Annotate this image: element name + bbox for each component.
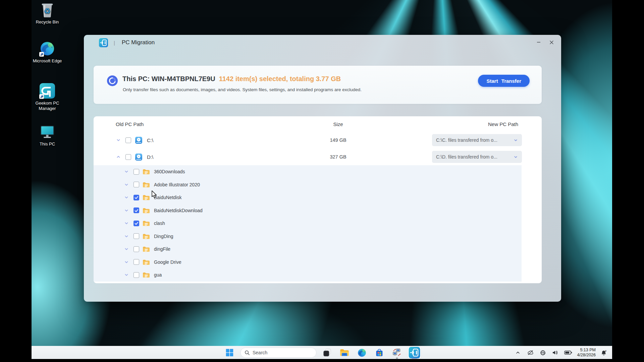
column-old-pc-path: Old PC Path: [116, 121, 144, 127]
desktop-icon-geekom-pc-manager[interactable]: ↗Geekom PC Manager: [32, 82, 62, 111]
tray-date: 4/28/2026: [577, 353, 596, 358]
drive-icon: [135, 153, 143, 161]
folder-icon: [143, 182, 150, 188]
taskbar-app-file-explorer[interactable]: [338, 347, 351, 358]
table-header: Old PC Path Size New PC Path: [94, 116, 542, 132]
folder-icon: [143, 272, 150, 278]
destination-dropdown[interactable]: C:\C. files transfered from o...: [432, 134, 522, 146]
folder-row[interactable]: Google Drive: [94, 256, 522, 269]
start-transfer-button[interactable]: Start Transfer: [478, 75, 530, 87]
checkbox-unchecked[interactable]: [133, 246, 139, 252]
checkbox-unchecked[interactable]: [133, 272, 139, 278]
search-input[interactable]: Search: [240, 348, 316, 358]
transfer-note: Only transfer files such as documents, i…: [123, 87, 362, 92]
folder-label: BaiduNetdiskDownload: [154, 208, 203, 213]
folder-row[interactable]: clash: [94, 217, 522, 230]
dropdown-chevron-icon: [514, 138, 518, 142]
minimize-button[interactable]: [532, 36, 545, 49]
drive-row[interactable]: C:\149 GB C:\C. files transfered from o.…: [94, 132, 542, 148]
folder-label: gua: [154, 272, 162, 278]
taskbar-app-migration-tool[interactable]: [390, 347, 404, 358]
desktop-icon-label: This PC: [32, 141, 62, 147]
folder-row[interactable]: DingDing: [94, 230, 522, 243]
pc-migration-app-icon: [99, 38, 108, 47]
transfer-summary-banner: This PC: WIN-M4TBPNL7E9U1142 item(s) sel…: [94, 66, 542, 104]
chevron-down-icon[interactable]: [124, 221, 129, 226]
this-pc-icon: [39, 124, 55, 139]
taskbar-app-store[interactable]: [373, 347, 386, 358]
destination-value: C:\C. files transfered from o...: [436, 137, 514, 143]
checkbox-unchecked[interactable]: [133, 259, 139, 265]
close-button[interactable]: [545, 36, 558, 49]
chevron-down-icon[interactable]: [124, 182, 129, 187]
sync-progress-icon: [107, 75, 118, 86]
edge-icon: [358, 348, 367, 357]
desktop-icon-recycle-bin[interactable]: ♻Recycle Bin: [32, 1, 62, 25]
folder-row[interactable]: gua: [94, 268, 522, 282]
checkbox-unchecked[interactable]: [125, 137, 131, 143]
chevron-down-icon[interactable]: [124, 273, 129, 277]
network-globe-icon[interactable]: [538, 347, 547, 358]
drive-size: 149 GB: [325, 137, 352, 143]
chevron-down-icon[interactable]: [124, 260, 129, 264]
this-pc-label: This PC: WIN-M4TBPNL7E9U: [122, 75, 215, 82]
checkbox-checked[interactable]: [133, 221, 139, 226]
migration-table: Old PC Path Size New PC Path C:\149 GB C…: [94, 116, 542, 283]
folder-icon: [143, 220, 150, 226]
system-tray: 5:13 PM 4/28/2026 z: [514, 346, 609, 359]
cloud-status-icon[interactable]: [526, 347, 535, 358]
taskbar-app-task-view[interactable]: [320, 347, 334, 358]
svg-text:z: z: [605, 349, 606, 352]
pc-migration-window: | PC Migration This PC: WIN-M4TBPNL7E9U1…: [84, 35, 561, 302]
folder-row[interactable]: Adobe Illustrator 2020: [94, 178, 522, 191]
desktop-icon-microsoft-edge[interactable]: ↗Microsoft Edge: [32, 40, 62, 64]
desktop-screen: ♻Recycle Bin ↗Microsoft Edge ↗Geekom PC …: [32, 0, 612, 359]
chevron-down-icon[interactable]: [116, 138, 121, 142]
column-new-pc-path: New PC Path: [488, 121, 518, 127]
drive-size: 327 GB: [325, 154, 352, 160]
taskbar-app-edge[interactable]: [355, 347, 369, 358]
taskbar-app-pc-manager[interactable]: [408, 347, 421, 358]
hidden-icons-chevron[interactable]: [514, 347, 522, 358]
clock[interactable]: 5:13 PM 4/28/2026: [577, 348, 596, 358]
migration-tool-icon: [392, 348, 401, 357]
checkbox-unchecked[interactable]: [133, 182, 139, 187]
checkbox-unchecked[interactable]: [133, 233, 139, 239]
shortcut-arrow-icon: ↗: [39, 94, 44, 99]
folder-label: dingFile: [154, 246, 170, 252]
shortcut-arrow-icon: ↗: [39, 52, 44, 57]
chevron-down-icon[interactable]: [124, 169, 129, 174]
minimize-icon: [536, 40, 541, 45]
folder-label: Google Drive: [154, 259, 181, 265]
task-view-icon: [323, 348, 331, 357]
folder-icon: [143, 233, 150, 239]
chevron-down-icon[interactable]: [124, 195, 129, 200]
folder-icon: [143, 246, 150, 252]
notification-bell-dnd-icon[interactable]: z: [599, 347, 609, 358]
folder-row[interactable]: BaiduNetdiskDownload: [94, 204, 522, 217]
folder-row[interactable]: 360Downloads: [94, 165, 522, 178]
checkbox-checked[interactable]: [133, 207, 139, 213]
chevron-up-icon[interactable]: [116, 155, 121, 159]
folder-label: DingDing: [154, 234, 173, 239]
checkbox-checked[interactable]: [133, 195, 139, 200]
start-button[interactable]: [223, 347, 236, 358]
search-icon: [245, 350, 250, 355]
recycle-bin-icon: ♻: [40, 2, 55, 18]
folder-icon: [143, 194, 150, 200]
volume-icon[interactable]: [551, 347, 559, 358]
drive-row[interactable]: D:\327 GB C:\D. files transfered from o.…: [94, 148, 542, 165]
folder-row[interactable]: dingFile: [94, 243, 522, 256]
checkbox-unchecked[interactable]: [133, 169, 139, 175]
chevron-down-icon[interactable]: [124, 234, 129, 239]
column-size: Size: [325, 121, 352, 127]
checkbox-unchecked[interactable]: [125, 154, 131, 160]
destination-dropdown[interactable]: C:\D. files transfered from o...: [432, 151, 522, 163]
chevron-down-icon[interactable]: [124, 208, 129, 213]
windows-logo-icon: [226, 349, 233, 356]
chevron-down-icon[interactable]: [124, 247, 129, 251]
desktop-icon-this-pc[interactable]: This PC: [32, 123, 62, 147]
battery-icon[interactable]: [563, 347, 573, 358]
svg-text:♻: ♻: [44, 7, 51, 15]
folder-icon: [143, 169, 150, 175]
